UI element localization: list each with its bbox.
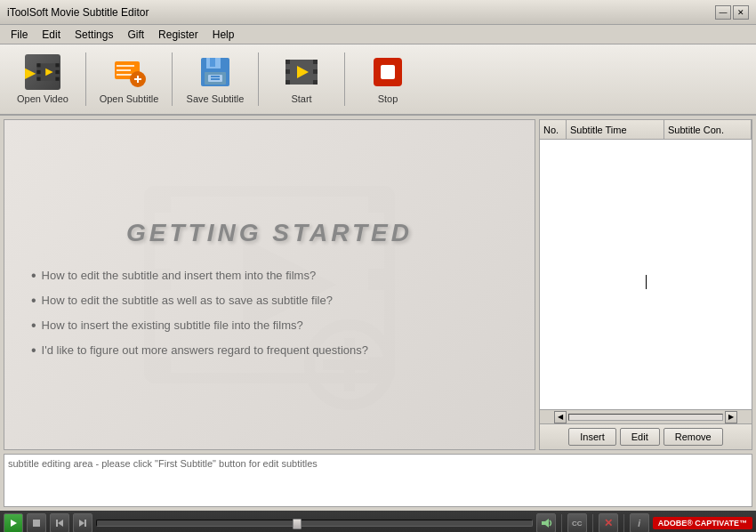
subtitle-table-header: No. Subtitle Time Subtitle Con. bbox=[540, 120, 752, 140]
svg-rect-46 bbox=[56, 520, 58, 527]
svg-rect-3 bbox=[36, 70, 40, 74]
svg-rect-24 bbox=[313, 60, 318, 64]
menu-register[interactable]: Register bbox=[151, 27, 205, 43]
divider-3 bbox=[623, 514, 624, 532]
svg-rect-14 bbox=[137, 76, 139, 83]
player-stop-button[interactable] bbox=[27, 513, 46, 532]
subtitle-table-body[interactable] bbox=[540, 140, 752, 409]
open-video-button[interactable]: Open Video bbox=[7, 49, 78, 109]
col-header-no: No. bbox=[540, 120, 567, 139]
svg-rect-34 bbox=[368, 191, 390, 213]
save-subtitle-button[interactable]: Save Subtitle bbox=[180, 49, 251, 109]
col-header-time: Subtitle Time bbox=[567, 120, 664, 139]
insert-button[interactable]: Insert bbox=[568, 428, 616, 446]
svg-rect-28 bbox=[313, 80, 318, 85]
svg-marker-49 bbox=[542, 519, 549, 528]
player-bar: CC ✕ i ADOBE® CAPTIVATE™ bbox=[0, 511, 756, 532]
edit-area[interactable]: subtitle editing area - please click "Fi… bbox=[4, 454, 752, 507]
bullet-text-3: How to insert the existing subtitle file… bbox=[42, 318, 303, 332]
subtitle-panel: No. Subtitle Time Subtitle Con. ◀ ▶ Inse… bbox=[539, 119, 752, 450]
open-subtitle-label: Open Subtitle bbox=[100, 93, 159, 104]
edit-button[interactable]: Edit bbox=[620, 428, 660, 446]
menu-settings[interactable]: Settings bbox=[68, 27, 120, 43]
scroll-right[interactable]: ▶ bbox=[725, 411, 737, 423]
bullet-text-1: How to edit the subtitle and insert them… bbox=[42, 269, 317, 282]
player-next-button[interactable] bbox=[73, 513, 92, 532]
save-subtitle-label: Save Subtitle bbox=[187, 93, 245, 104]
adobe-captivate-badge: ADOBE® CAPTIVATE™ bbox=[653, 517, 752, 529]
scroll-track[interactable] bbox=[568, 414, 723, 421]
col-header-content: Subtitle Con. bbox=[664, 120, 752, 139]
toolbar: Open Video Open Subtitle bbox=[0, 44, 756, 116]
menu-bar: File Edit Settings Gift Register Help bbox=[0, 25, 756, 44]
menu-help[interactable]: Help bbox=[205, 27, 242, 43]
cursor-line bbox=[646, 275, 647, 289]
svg-rect-6 bbox=[55, 77, 59, 81]
svg-rect-4 bbox=[55, 70, 59, 74]
svg-rect-5 bbox=[36, 77, 40, 81]
svg-rect-33 bbox=[149, 191, 171, 213]
stop-icon bbox=[370, 54, 406, 90]
film-icon bbox=[25, 54, 60, 90]
svg-marker-43 bbox=[11, 520, 17, 527]
stop-label: Stop bbox=[378, 93, 398, 104]
toolbar-separator-4 bbox=[344, 52, 345, 106]
start-button[interactable]: Start bbox=[266, 49, 337, 109]
close-button[interactable]: ✕ bbox=[733, 5, 749, 20]
player-close-button[interactable]: ✕ bbox=[599, 513, 618, 532]
svg-rect-26 bbox=[313, 69, 318, 74]
scroll-left[interactable]: ◀ bbox=[554, 411, 567, 423]
minimize-button[interactable]: — bbox=[715, 5, 731, 20]
svg-rect-31 bbox=[381, 65, 395, 79]
subtitle-add-icon bbox=[111, 54, 147, 90]
svg-rect-2 bbox=[55, 63, 59, 67]
menu-edit[interactable]: Edit bbox=[35, 27, 68, 43]
bullet-4: • I'd like to figure out more answers re… bbox=[31, 343, 517, 358]
bullet-dot-1: • bbox=[31, 269, 36, 283]
player-prev-button[interactable] bbox=[50, 513, 69, 532]
volume-button[interactable] bbox=[536, 513, 556, 532]
open-subtitle-button[interactable]: Open Subtitle bbox=[93, 49, 165, 109]
svg-marker-47 bbox=[79, 520, 84, 527]
svg-rect-10 bbox=[117, 69, 131, 71]
save-icon bbox=[197, 54, 233, 90]
bullet-text-4: I'd like to figure out more answers rega… bbox=[42, 343, 368, 357]
divider-1 bbox=[561, 514, 562, 532]
toolbar-separator-2 bbox=[172, 52, 173, 106]
remove-button[interactable]: Remove bbox=[664, 428, 723, 446]
app-title: iToolSoft Movie Subtitle Editor bbox=[7, 6, 149, 19]
preview-panel: GETTING STARTED • How to edit the subtit… bbox=[4, 119, 535, 450]
toolbar-separator-3 bbox=[258, 52, 259, 106]
svg-rect-25 bbox=[286, 69, 290, 74]
menu-gift[interactable]: Gift bbox=[120, 27, 151, 43]
seek-thumb[interactable] bbox=[293, 519, 302, 529]
menu-file[interactable]: File bbox=[4, 27, 35, 43]
svg-rect-1 bbox=[36, 63, 40, 67]
start-icon bbox=[284, 54, 319, 90]
svg-rect-21 bbox=[211, 78, 220, 80]
bullet-3: • How to insert the existing subtitle fi… bbox=[31, 318, 517, 333]
cc-button[interactable]: CC bbox=[567, 513, 587, 532]
svg-rect-44 bbox=[33, 520, 40, 527]
play-button[interactable] bbox=[4, 513, 23, 532]
subtitle-buttons: Insert Edit Remove bbox=[540, 423, 752, 449]
info-button[interactable]: i bbox=[630, 513, 649, 532]
svg-marker-45 bbox=[58, 520, 63, 527]
title-bar: iToolSoft Movie Subtitle Editor — ✕ bbox=[0, 0, 756, 25]
title-controls: — ✕ bbox=[715, 5, 749, 20]
start-label: Start bbox=[291, 93, 311, 104]
svg-rect-48 bbox=[84, 520, 86, 527]
preview-title: GETTING STARTED bbox=[4, 219, 535, 247]
svg-rect-9 bbox=[117, 65, 134, 67]
open-video-label: Open Video bbox=[17, 93, 68, 104]
subtitle-scrollbar[interactable]: ◀ ▶ bbox=[540, 409, 752, 423]
bullet-dot-4: • bbox=[31, 343, 36, 358]
bullet-text-2: How to edit the subtitle as well as to s… bbox=[42, 294, 333, 307]
svg-rect-17 bbox=[210, 58, 215, 67]
seek-bar[interactable] bbox=[96, 520, 533, 527]
bullet-2: • How to edit the subtitle as well as to… bbox=[31, 294, 517, 308]
bullet-dot-3: • bbox=[31, 318, 36, 333]
svg-rect-11 bbox=[117, 74, 133, 76]
stop-button[interactable]: Stop bbox=[352, 49, 423, 109]
main-content: GETTING STARTED • How to edit the subtit… bbox=[0, 116, 756, 454]
